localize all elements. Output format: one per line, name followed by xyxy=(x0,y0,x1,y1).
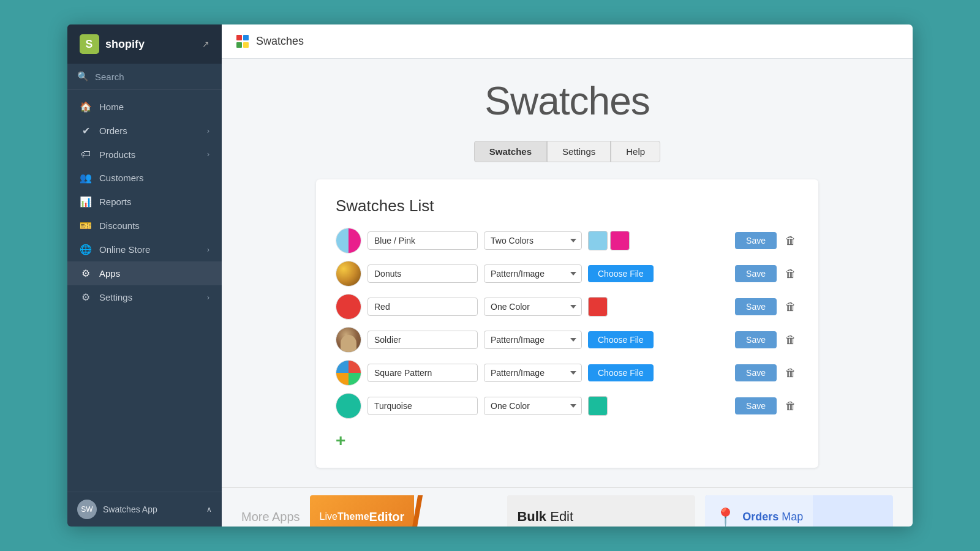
color-chips xyxy=(588,231,630,250)
sidebar-item-home[interactable]: 🏠 Home xyxy=(67,95,222,119)
swatches-card: Swatches List Two Colors One Color Patte… xyxy=(316,179,818,468)
color-chip-2[interactable] xyxy=(610,231,630,250)
avatar: SW xyxy=(77,500,97,519)
choose-file-button[interactable]: Choose File xyxy=(588,364,654,381)
page-heading: Swatches xyxy=(241,78,893,124)
apps-icon: ⚙ xyxy=(80,268,92,279)
swatch-type-select[interactable]: Pattern/Image Two Colors One Color xyxy=(484,264,582,283)
sidebar-item-settings[interactable]: ⚙ Settings › xyxy=(67,285,222,309)
tab-settings[interactable]: Settings xyxy=(547,141,611,162)
bottom-banner: More Apps Live ThemeEditor Bulk Edit 📍 xyxy=(222,487,913,527)
sidebar-item-orders-label: Orders xyxy=(99,126,127,136)
tab-swatches[interactable]: Swatches xyxy=(474,141,547,162)
delete-button[interactable]: 🗑 xyxy=(783,397,799,415)
swatch-preview xyxy=(336,393,361,419)
sidebar-item-apps[interactable]: ⚙ Apps xyxy=(67,261,222,285)
reports-icon: 📊 xyxy=(80,196,92,208)
color-chips xyxy=(588,396,608,416)
sidebar: S shopify ↗ 🔍 Search 🏠 Home ✔ Orders › 🏷 xyxy=(67,24,222,527)
save-button[interactable]: Save xyxy=(735,331,777,348)
table-row: Pattern/Image Two Colors One Color Choos… xyxy=(336,261,799,287)
online-store-arrow-icon: › xyxy=(207,246,209,254)
sidebar-item-orders[interactable]: ✔ Orders › xyxy=(67,119,222,143)
add-icon[interactable]: + xyxy=(336,431,345,451)
more-apps-label: More Apps xyxy=(241,510,300,524)
orders-map-card[interactable]: 📍 Orders Map xyxy=(705,495,893,527)
sidebar-item-apps-label: Apps xyxy=(99,268,120,279)
table-row: One Color Two Colors Pattern/Image Save … xyxy=(336,393,799,419)
choose-file-button[interactable]: Choose File xyxy=(588,265,654,282)
save-button[interactable]: Save xyxy=(735,265,777,282)
orders-arrow-icon: › xyxy=(207,127,209,135)
swatch-type-select[interactable]: Pattern/Image Two Colors One Color xyxy=(484,364,582,382)
swatch-preview xyxy=(336,261,361,287)
delete-button[interactable]: 🗑 xyxy=(783,331,799,349)
sidebar-logo-text: shopify xyxy=(105,38,145,51)
swatch-type-select[interactable]: Two Colors One Color Pattern/Image xyxy=(484,231,582,250)
swatch-name-input[interactable] xyxy=(368,364,478,382)
live-theme-label: Live ThemeEditor xyxy=(310,495,415,527)
table-row: Pattern/Image Two Colors One Color Choos… xyxy=(336,327,799,353)
delete-button[interactable]: 🗑 xyxy=(783,265,799,283)
swatch-name-input[interactable] xyxy=(368,298,478,316)
main-content: Swatches Swatches Settings Help Swatches… xyxy=(222,59,913,527)
sidebar-item-discounts[interactable]: 🎫 Discounts xyxy=(67,214,222,238)
bulk-edit-card[interactable]: Bulk Edit xyxy=(507,495,695,527)
choose-file-button[interactable]: Choose File xyxy=(588,331,654,348)
sidebar-item-home-label: Home xyxy=(99,102,124,112)
customers-icon: 👥 xyxy=(80,172,92,184)
delete-button[interactable]: 🗑 xyxy=(783,232,799,250)
sidebar-item-reports-label: Reports xyxy=(99,197,132,207)
search-icon: 🔍 xyxy=(77,71,89,82)
swatches-list-title: Swatches List xyxy=(336,197,799,216)
swatch-name-input[interactable] xyxy=(368,397,478,415)
external-link-icon[interactable]: ↗ xyxy=(202,39,209,49)
products-arrow-icon: › xyxy=(207,150,209,159)
swatch-name-input[interactable] xyxy=(368,264,478,283)
online-store-icon: 🌐 xyxy=(80,244,92,255)
swatch-name-input[interactable] xyxy=(368,331,478,349)
sidebar-item-reports[interactable]: 📊 Reports xyxy=(67,190,222,214)
color-chip-1[interactable] xyxy=(588,297,608,317)
save-button[interactable]: Save xyxy=(735,232,777,249)
live-theme-card[interactable]: Live ThemeEditor xyxy=(310,495,498,527)
sidebar-item-online-store-label: Online Store xyxy=(99,244,150,255)
table-row: Pattern/Image Two Colors One Color Choos… xyxy=(336,360,799,386)
tab-help[interactable]: Help xyxy=(611,141,660,162)
delete-button[interactable]: 🗑 xyxy=(783,364,799,382)
sidebar-bottom-chevron-icon: ∧ xyxy=(206,505,212,514)
color-chip-1[interactable] xyxy=(588,396,608,416)
delete-button[interactable]: 🗑 xyxy=(783,298,799,316)
table-row: Two Colors One Color Pattern/Image Save … xyxy=(336,228,799,253)
sidebar-item-products-label: Products xyxy=(99,149,135,160)
sidebar-nav: 🏠 Home ✔ Orders › 🏷 Products › 👥 Custome… xyxy=(67,90,222,492)
sidebar-search[interactable]: 🔍 Search xyxy=(67,64,222,90)
discounts-icon: 🎫 xyxy=(80,220,92,231)
save-button[interactable]: Save xyxy=(735,397,777,414)
sidebar-item-customers[interactable]: 👥 Customers xyxy=(67,166,222,190)
settings-arrow-icon: › xyxy=(207,293,209,302)
page-tabs: Swatches Settings Help xyxy=(241,141,893,162)
sidebar-bottom[interactable]: SW Swatches App ∧ xyxy=(67,492,222,527)
orders-map-label: 📍 Orders Map xyxy=(705,495,813,527)
sidebar-item-products[interactable]: 🏷 Products › xyxy=(67,143,222,166)
shopify-logo-icon: S xyxy=(80,34,99,54)
settings-icon: ⚙ xyxy=(80,291,92,303)
sidebar-item-online-store[interactable]: 🌐 Online Store › xyxy=(67,238,222,261)
add-swatch-button[interactable]: + xyxy=(336,426,799,451)
svg-text:S: S xyxy=(86,38,93,50)
save-button[interactable]: Save xyxy=(735,298,777,315)
swatch-type-select[interactable]: Pattern/Image Two Colors One Color xyxy=(484,331,582,349)
swatch-type-select[interactable]: One Color Two Colors Pattern/Image xyxy=(484,397,582,415)
home-icon: 🏠 xyxy=(80,101,92,113)
swatch-preview xyxy=(336,360,361,386)
save-button[interactable]: Save xyxy=(735,364,777,381)
sidebar-item-settings-label: Settings xyxy=(99,292,132,302)
sidebar-logo: S shopify ↗ xyxy=(67,24,222,64)
swatch-preview xyxy=(336,327,361,353)
topbar: Swatches xyxy=(222,24,913,59)
color-chip-1[interactable] xyxy=(588,231,608,250)
swatch-type-select[interactable]: One Color Two Colors Pattern/Image xyxy=(484,298,582,316)
sidebar-bottom-label: Swatches App xyxy=(103,504,157,514)
swatch-name-input[interactable] xyxy=(368,231,478,250)
